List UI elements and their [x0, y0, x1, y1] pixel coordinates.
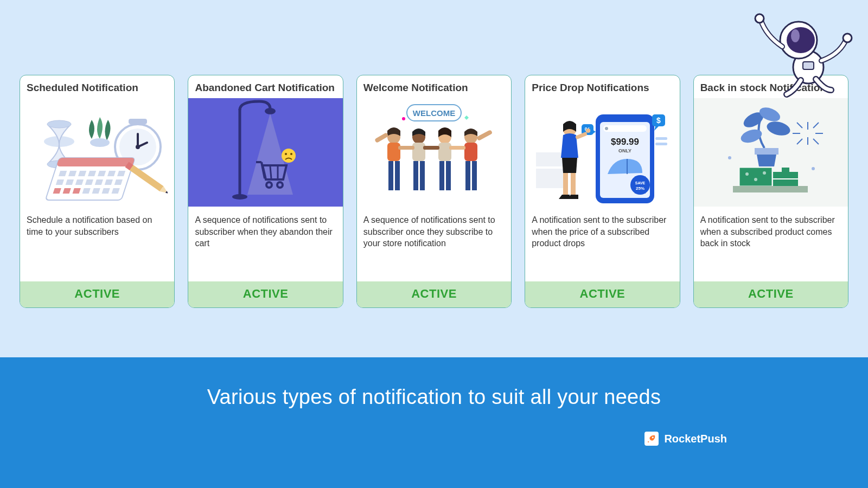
- svg-line-44: [270, 166, 271, 178]
- svg-point-52: [402, 117, 405, 120]
- svg-text:SAVE: SAVE: [635, 181, 646, 185]
- brand-logo: RocketPush: [644, 432, 727, 446]
- price-drop-illustration: $99.99 ONLY SAVE 25% $ %: [525, 98, 679, 207]
- svg-rect-59: [412, 143, 425, 161]
- svg-point-122: [812, 167, 815, 170]
- svg-rect-67: [464, 143, 477, 161]
- svg-rect-55: [388, 161, 393, 190]
- card-price-drop-notifications[interactable]: Price Drop Notifications $99.99 ONLY: [525, 75, 680, 308]
- svg-rect-78: [603, 125, 647, 132]
- card-title: Scheduled Notification: [20, 75, 174, 98]
- svg-rect-92: [655, 143, 667, 145]
- card-title: Price Drop Notifications: [525, 75, 679, 98]
- abandoned-cart-illustration: [188, 98, 342, 207]
- svg-rect-112: [739, 168, 772, 186]
- svg-rect-61: [420, 161, 425, 190]
- svg-rect-60: [413, 161, 418, 190]
- banner-heading: Various types of notification to suit al…: [0, 386, 868, 409]
- svg-rect-97: [571, 173, 576, 195]
- svg-rect-54: [387, 143, 400, 161]
- status-badge: ACTIVE: [525, 281, 679, 307]
- brand-name: RocketPush: [664, 433, 727, 445]
- svg-point-79: [605, 127, 608, 130]
- svg-marker-86: [654, 126, 659, 131]
- status-badge: ACTIVE: [20, 281, 174, 307]
- card-description: A sequence of notifications sent to subs…: [188, 207, 342, 281]
- svg-rect-72: [423, 146, 439, 150]
- welcome-badge-text: WELCOME: [413, 108, 455, 118]
- card-back-in-stock-notification[interactable]: Back in stock Notification: [693, 75, 848, 308]
- svg-point-48: [282, 149, 296, 163]
- svg-marker-89: [592, 130, 596, 134]
- svg-text:25%: 25%: [636, 186, 644, 191]
- svg-point-49: [285, 153, 287, 155]
- status-badge: ACTIVE: [694, 281, 848, 307]
- svg-point-115: [754, 178, 757, 181]
- svg-point-8: [136, 145, 140, 149]
- card-scheduled-notification[interactable]: Scheduled Notification: [20, 75, 175, 308]
- astronaut-mascot-icon: [744, 9, 853, 101]
- svg-rect-94: [575, 132, 588, 140]
- svg-point-95: [586, 129, 590, 133]
- svg-point-121: [728, 156, 731, 159]
- svg-point-125: [787, 27, 815, 53]
- svg-rect-74: [536, 169, 565, 188]
- svg-rect-96: [563, 173, 568, 195]
- svg-point-116: [763, 171, 766, 175]
- card-description: A sequence of notifications sent to subs…: [357, 207, 511, 281]
- scheduled-illustration: [20, 98, 174, 207]
- svg-rect-91: [655, 137, 667, 140]
- svg-point-3: [90, 138, 110, 147]
- card-abandoned-cart-notification[interactable]: Abandoned Cart Notification: [188, 75, 343, 308]
- svg-point-127: [755, 14, 764, 23]
- back-in-stock-illustration: [694, 98, 848, 207]
- card-description: Schedule a notification based on time to…: [20, 207, 174, 281]
- svg-point-50: [290, 153, 292, 155]
- card-description: A notification sent to the subscriber wh…: [525, 207, 679, 281]
- svg-point-1: [47, 120, 71, 128]
- status-badge: ACTIVE: [357, 281, 511, 307]
- svg-rect-57: [374, 132, 389, 143]
- status-badge: ACTIVE: [188, 281, 342, 307]
- svg-point-41: [232, 194, 247, 200]
- svg-point-128: [843, 34, 852, 42]
- svg-point-130: [652, 436, 654, 438]
- svg-rect-63: [438, 143, 451, 161]
- welcome-illustration: WELCOME: [357, 98, 511, 207]
- card-title: Welcome Notification: [357, 75, 511, 98]
- footer-banner: Various types of notification to suit al…: [0, 357, 868, 488]
- svg-rect-56: [395, 161, 400, 190]
- card-welcome-notification[interactable]: Welcome Notification WELCOME: [356, 75, 512, 308]
- svg-rect-69: [472, 161, 477, 190]
- svg-rect-75: [536, 152, 565, 166]
- svg-rect-11: [56, 158, 135, 166]
- rocket-icon: [644, 432, 659, 446]
- svg-rect-64: [439, 161, 444, 190]
- svg-rect-71: [398, 146, 414, 150]
- svg-rect-68: [465, 161, 470, 190]
- svg-rect-65: [446, 161, 451, 190]
- svg-rect-118: [782, 168, 789, 172]
- svg-point-126: [791, 29, 800, 42]
- card-description: A notification sent to the subscriber wh…: [694, 207, 848, 281]
- svg-rect-111: [755, 148, 778, 155]
- notification-cards-row: Scheduled Notification: [20, 75, 848, 308]
- svg-rect-129: [803, 62, 814, 69]
- svg-rect-73: [449, 146, 465, 150]
- svg-rect-120: [733, 186, 808, 192]
- svg-rect-70: [476, 130, 493, 141]
- card-title: Abandoned Cart Notification: [188, 75, 342, 98]
- svg-point-114: [745, 172, 749, 176]
- svg-rect-9: [129, 119, 147, 124]
- svg-text:$: $: [657, 116, 661, 125]
- svg-text:ONLY: ONLY: [618, 148, 631, 153]
- svg-text:$99.99: $99.99: [611, 137, 639, 147]
